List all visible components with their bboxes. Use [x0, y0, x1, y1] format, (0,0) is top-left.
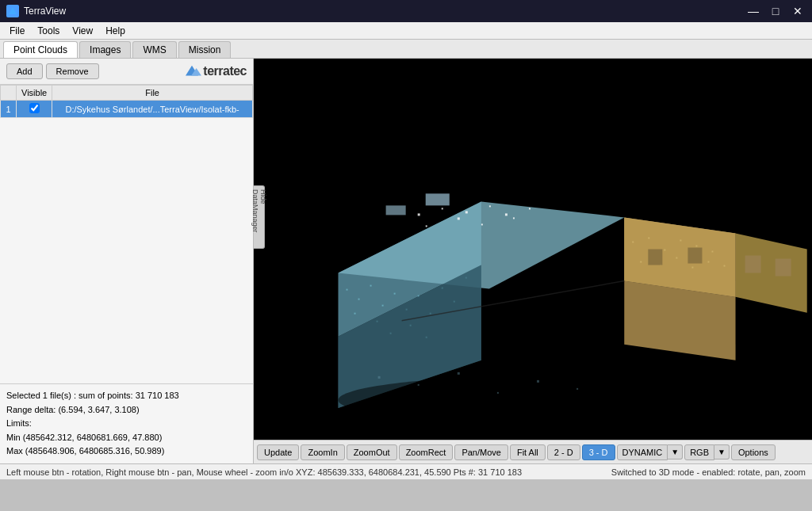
app-title: TerraView — [24, 6, 66, 17]
row-num: 1 — [1, 101, 17, 118]
remove-button[interactable]: Remove — [46, 63, 99, 79]
svg-rect-29 — [465, 211, 468, 213]
svg-rect-32 — [529, 208, 530, 209]
svg-rect-49 — [724, 265, 726, 267]
info-line3: Limits: — [6, 417, 247, 431]
svg-rect-51 — [688, 247, 702, 263]
file-table: Visible File 1 D:/Sykehus Sørlandet/...T… — [0, 85, 253, 118]
svg-rect-55 — [386, 205, 406, 215]
svg-rect-36 — [513, 217, 515, 219]
fitall-button[interactable]: Fit All — [510, 444, 546, 460]
status-bar: Left mouse btn - rotation, Right mouse b… — [0, 463, 812, 479]
tab-point-clouds[interactable]: Point Clouds — [3, 41, 78, 58]
tab-mission[interactable]: Mission — [178, 41, 232, 58]
tab-bar: Point Clouds Images WMS Mission — [0, 40, 812, 59]
svg-rect-11 — [347, 289, 348, 291]
file-table-wrapper: Visible File 1 D:/Sykehus Sørlandet/...T… — [0, 85, 253, 118]
3d-button[interactable]: 3 - D — [582, 444, 615, 460]
svg-rect-53 — [776, 259, 791, 276]
status-left: Left mouse btn - rotation, Right mouse b… — [6, 467, 522, 477]
dynamic-button[interactable]: DYNAMIC — [617, 444, 668, 460]
menu-file[interactable]: File — [3, 24, 31, 38]
svg-rect-33 — [426, 225, 427, 227]
info-panel: Selected 1 file(s) : sum of points: 31 7… — [0, 383, 253, 463]
svg-rect-12 — [358, 299, 360, 300]
row-filepath: D:/Sykehus Sørlandet/...TerraView/Isolat… — [52, 101, 253, 118]
menu-bar: File Tools View Help — [0, 22, 812, 40]
col-num — [1, 86, 17, 101]
maximize-button[interactable]: □ — [768, 3, 783, 19]
rgb-dropdown: RGB ▼ — [684, 444, 730, 460]
update-button[interactable]: Update — [257, 444, 299, 460]
svg-marker-0 — [9, 7, 17, 14]
menu-view[interactable]: View — [66, 24, 99, 38]
viewport-area: Update ZoomIn ZoomOut ZoomRect Pan/Move … — [254, 59, 812, 463]
svg-rect-14 — [382, 305, 384, 307]
col-file: File — [52, 86, 253, 101]
status-right: Switched to 3D mode - enabled: rotate, p… — [611, 467, 806, 477]
logo-mountain-icon — [182, 64, 201, 78]
info-line2: Range delta: (6.594, 3.647, 3.108) — [6, 403, 247, 418]
svg-rect-28 — [442, 208, 443, 209]
terratec-logo: terratec — [182, 64, 247, 78]
svg-rect-47 — [691, 267, 693, 269]
left-panel: Add Remove terratec Visible — [0, 59, 254, 463]
svg-rect-52 — [745, 256, 761, 273]
panel-toolbar-buttons: Add Remove — [6, 63, 99, 79]
svg-rect-46 — [676, 257, 677, 259]
zoomrect-button[interactable]: ZoomRect — [399, 444, 454, 460]
svg-rect-41 — [680, 239, 681, 241]
svg-rect-59 — [458, 372, 460, 375]
svg-point-56 — [338, 376, 735, 424]
info-line5: Max (485648.906, 6480685.316, 50.989) — [6, 444, 247, 459]
3d-viewport-svg — [254, 59, 812, 440]
svg-rect-57 — [378, 376, 381, 379]
title-bar-left: TerraView — [6, 5, 66, 17]
minimize-button[interactable]: — — [745, 3, 761, 19]
svg-rect-13 — [370, 285, 372, 287]
title-bar-controls: — □ ✕ — [745, 3, 806, 19]
panel-toolbar: Add Remove terratec — [0, 59, 253, 85]
svg-rect-48 — [707, 261, 709, 263]
rgb-dropdown-arrow[interactable]: ▼ — [714, 444, 730, 460]
svg-rect-39 — [648, 237, 649, 238]
svg-rect-40 — [664, 250, 665, 251]
info-line4: Min (485642.312, 6480681.669, 47.880) — [6, 431, 247, 445]
viewport-canvas[interactable] — [254, 59, 812, 440]
panel-content: Visible File 1 D:/Sykehus Sørlandet/...T… — [0, 85, 253, 383]
svg-rect-42 — [695, 245, 697, 246]
menu-help[interactable]: Help — [99, 24, 132, 38]
tab-wms[interactable]: WMS — [132, 41, 176, 58]
title-bar: TerraView — □ ✕ — [0, 0, 812, 22]
rgb-button[interactable]: RGB — [684, 444, 714, 460]
svg-rect-44 — [640, 261, 642, 263]
svg-rect-27 — [418, 213, 420, 215]
svg-rect-38 — [632, 241, 634, 242]
zoomout-button[interactable]: ZoomOut — [347, 444, 397, 460]
close-button[interactable]: ✕ — [790, 3, 806, 19]
visibility-checkbox[interactable] — [29, 103, 40, 113]
tab-images[interactable]: Images — [79, 41, 131, 58]
hide-datamanager-button[interactable]: Hide DataManager — [254, 185, 265, 249]
viewport-toolbar: Update ZoomIn ZoomOut ZoomRect Pan/Move … — [254, 440, 812, 463]
svg-rect-31 — [505, 213, 508, 215]
svg-rect-22 — [354, 313, 356, 315]
menu-tools[interactable]: Tools — [31, 24, 66, 38]
svg-rect-50 — [648, 250, 662, 265]
zoomin-button[interactable]: ZoomIn — [301, 444, 344, 460]
dynamic-dropdown: DYNAMIC ▼ — [617, 444, 684, 460]
app-icon — [6, 5, 19, 17]
col-visible: Visible — [17, 86, 52, 101]
svg-rect-54 — [426, 193, 450, 205]
2d-button[interactable]: 2 - D — [547, 444, 580, 460]
options-button[interactable]: Options — [731, 444, 776, 460]
panmove-button[interactable]: Pan/Move — [454, 444, 508, 460]
dynamic-dropdown-arrow[interactable]: ▼ — [668, 444, 683, 460]
svg-rect-15 — [394, 293, 396, 295]
svg-rect-34 — [458, 217, 460, 219]
add-button[interactable]: Add — [6, 63, 43, 79]
table-row[interactable]: 1 D:/Sykehus Sørlandet/...TerraView/Isol… — [1, 101, 253, 118]
row-visible[interactable] — [17, 101, 52, 118]
svg-rect-35 — [481, 223, 483, 225]
svg-rect-61 — [537, 380, 539, 383]
